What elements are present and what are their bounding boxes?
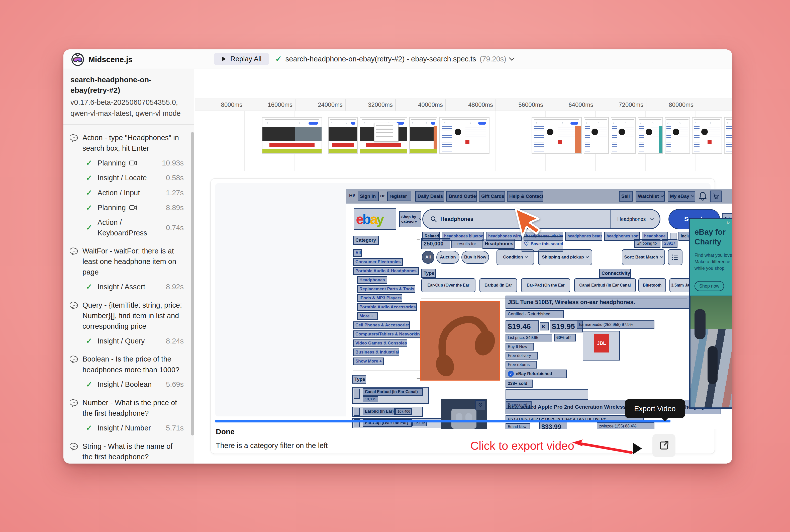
replay-all-button[interactable]: Replay All xyxy=(214,53,269,65)
step-time: 8.89s xyxy=(166,202,184,213)
progress-bar[interactable] xyxy=(215,420,671,422)
thumb-art xyxy=(612,126,617,152)
step-label: Planning xyxy=(97,158,126,168)
timeline-thumbnail[interactable] xyxy=(532,117,582,154)
thumb-art xyxy=(376,136,393,137)
timeline-thumbnail[interactable] xyxy=(724,117,732,154)
close-icon[interactable]: ✕ xyxy=(732,220,732,225)
thumb-art xyxy=(534,119,579,120)
timeline-thumbnail[interactable] xyxy=(611,117,636,154)
item1-image-highlighted xyxy=(420,301,500,381)
chevron-down-icon xyxy=(586,255,589,258)
action-group[interactable]: Query - {itemTitle: string, price: Numbe… xyxy=(71,300,184,346)
timeline-tick: 40000ms xyxy=(395,99,445,111)
play-icon xyxy=(221,56,226,62)
thumb-art xyxy=(478,122,486,125)
timeline-thumbnail[interactable] xyxy=(584,117,609,154)
condition-dropdown: Condition xyxy=(497,249,534,265)
results-count: 250,000 xyxy=(421,238,450,249)
sign-in-link: Sign in xyxy=(358,192,379,201)
timeline-thumbnail[interactable] xyxy=(328,117,358,154)
thumb-art xyxy=(668,122,681,125)
action-group[interactable]: Boolean - Is the price of the headphones… xyxy=(71,354,184,390)
action-group[interactable]: Number - What is the price of the first … xyxy=(71,397,184,434)
step-row[interactable]: ✓Action / Input1.27s xyxy=(86,187,184,198)
thumb-art xyxy=(575,126,581,153)
action-group[interactable]: Action - type "Headphones" in search box… xyxy=(71,132,184,238)
step-row[interactable]: ✓Insight / Number5.71s xyxy=(86,422,184,434)
timeline-ruler: 8000ms 16000ms 24000ms 32000ms 40000ms 4… xyxy=(195,98,732,111)
refurbished-check-icon: ✓ xyxy=(508,371,514,377)
category-item: Portable Audio Accessories xyxy=(357,303,417,311)
step-row[interactable]: ✓Insight / Query8.24s xyxy=(86,336,184,346)
category-item: Headphones xyxy=(357,276,387,284)
step-row[interactable]: ✓Action / KeyboardPress0.74s xyxy=(86,217,184,238)
item2-condition: Brand New xyxy=(505,423,530,429)
thumb-art xyxy=(558,140,562,144)
timeline-thumbnail[interactable] xyxy=(692,117,722,154)
category-item: Business & Industrial xyxy=(353,348,399,356)
cart-icon xyxy=(710,191,721,202)
step-time: 5.69s xyxy=(166,379,184,390)
chat-bubble-icon xyxy=(71,399,79,407)
group-label: String - What is the name of the first h… xyxy=(82,441,184,462)
spec-title-bar[interactable]: ✓ search-headphone-on-ebay(retry-#2) - e… xyxy=(275,50,514,69)
annotation-arrow xyxy=(572,439,634,457)
connectivity-label: Connectivity xyxy=(599,269,631,278)
thumb-art xyxy=(267,122,300,125)
sidebar-scrollbar[interactable] xyxy=(191,132,194,436)
timeline-thumbnail[interactable] xyxy=(262,117,322,154)
item1-title: JBL Tune 510BT, Wireless on-ear headphon… xyxy=(505,296,721,309)
thumb-art xyxy=(727,122,732,125)
timeline-thumbnail[interactable] xyxy=(638,117,663,154)
include-description-checkbox xyxy=(670,233,676,239)
thumb-art xyxy=(309,122,318,125)
charity-ad-photo xyxy=(690,296,732,408)
item2-title: New sealed Apple Pro 2nd Generation Wire… xyxy=(505,400,721,414)
thumb-art xyxy=(695,122,711,125)
thumb-art xyxy=(329,127,357,141)
timeline-thumbnail[interactable] xyxy=(360,117,407,154)
group-label: Number - What is the price of the first … xyxy=(82,397,184,418)
action-group[interactable]: String - What is the name of the first h… xyxy=(71,441,184,463)
or-text: or xyxy=(380,193,385,198)
thumb-art xyxy=(411,119,436,120)
play-button[interactable] xyxy=(633,443,642,454)
step-time: 8.24s xyxy=(166,336,184,346)
timeline-filmstrip xyxy=(195,111,732,171)
connectivity-button: 3.5mm Ja xyxy=(670,278,691,292)
export-video-button[interactable] xyxy=(652,434,675,457)
timeline-thumbnail[interactable] xyxy=(409,117,437,154)
category-item: Consumer Electronics xyxy=(353,258,403,266)
thumb-art xyxy=(431,122,435,125)
timeline-thumbnail[interactable] xyxy=(665,117,690,154)
step-row[interactable]: ✓Insight / Assert8.92s xyxy=(86,281,184,292)
charity-ad-title: eBay forCharity xyxy=(694,227,726,247)
checkbox xyxy=(354,388,360,399)
export-icon xyxy=(658,440,670,451)
thumb-art xyxy=(659,126,662,153)
group-label: WaitFor - waitFor: there is at least one… xyxy=(82,246,184,277)
thumb-art xyxy=(547,129,553,135)
step-row[interactable]: ✓Planning 10.93s xyxy=(86,157,184,169)
timeline-tick: 24000ms xyxy=(295,99,345,111)
nav-link: Daily Deals xyxy=(415,191,444,202)
thumb-art xyxy=(263,149,322,153)
step-row[interactable]: ✓Planning 8.89s xyxy=(86,202,184,213)
chevron-down-icon xyxy=(691,194,694,197)
thumb-art xyxy=(376,125,393,126)
type-button: Earbud (In Ear xyxy=(480,278,517,292)
action-group[interactable]: WaitFor - waitFor: there is at least one… xyxy=(71,246,184,292)
timeline-thumbnail[interactable] xyxy=(439,117,489,154)
step-row[interactable]: ✓Insight / Locate0.58s xyxy=(86,172,184,184)
watchlist-link: Watchlist xyxy=(636,191,665,202)
group-label: Boolean - Is the price of the headphones… xyxy=(82,354,184,375)
type-option-label: Earbud (In Ear) xyxy=(363,407,395,415)
thumb-art xyxy=(726,119,732,120)
chevron-down-icon[interactable] xyxy=(509,55,515,61)
thumb-art xyxy=(701,129,708,135)
timeline-tick: 32000ms xyxy=(345,99,395,111)
step-row[interactable]: ✓Insight / Boolean5.69s xyxy=(86,379,184,390)
type-button: Canal Earbud (In Ear Canal xyxy=(574,278,636,292)
item2-seller: zwinzoe (155) 88.4% xyxy=(597,422,654,429)
